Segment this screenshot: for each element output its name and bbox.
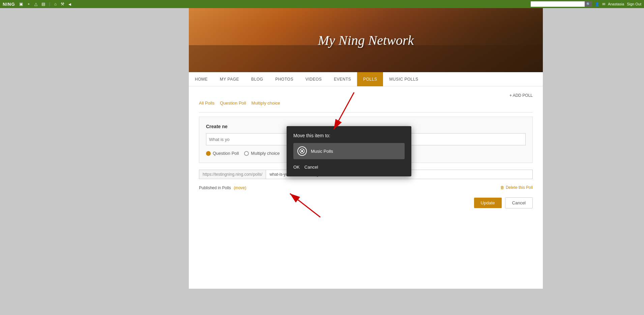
main-content: My Ning Network HOME MY PAGE BLOG PHOTOS… bbox=[88, 8, 644, 315]
svg-point-3 bbox=[303, 149, 304, 150]
modal-title: Move this item to: bbox=[293, 133, 405, 138]
modal-music-polls-item[interactable]: Music Polls bbox=[293, 143, 405, 159]
monitor-icon[interactable]: ▣ bbox=[19, 2, 23, 6]
svg-point-2 bbox=[300, 149, 301, 150]
search-input[interactable] bbox=[531, 1, 585, 7]
top-bar-left: NING ▣ ⚬ △ ▤ | ⌂ ⚒ ◀ bbox=[3, 2, 71, 7]
music-polls-icon bbox=[297, 146, 307, 156]
left-sidebar bbox=[0, 8, 88, 315]
username: Anastasia bbox=[608, 2, 624, 6]
modal-item-label: Music Polls bbox=[311, 149, 333, 154]
modal-dialog: Move this item to: Music Polls OK Can bbox=[287, 126, 411, 176]
modal-ok-button[interactable]: OK bbox=[293, 165, 300, 170]
svg-point-5 bbox=[303, 152, 304, 153]
brand-logo: NING bbox=[3, 2, 15, 7]
arrow-2 bbox=[266, 183, 341, 224]
separator: | bbox=[49, 2, 50, 6]
top-bar: NING ▣ ⚬ △ ▤ | ⌂ ⚒ ◀ 🔍 👤 ✉ Anastasia Sig… bbox=[0, 0, 644, 8]
mail-icon[interactable]: ✉ bbox=[602, 2, 605, 6]
person-icon[interactable]: △ bbox=[34, 2, 37, 6]
people-icon[interactable]: ⚬ bbox=[27, 2, 30, 6]
arrow-icon: ◀ bbox=[68, 2, 71, 6]
tools-icon[interactable]: ⚒ bbox=[61, 2, 64, 6]
svg-line-7 bbox=[334, 92, 354, 130]
grid-icon[interactable]: ▤ bbox=[41, 2, 45, 6]
svg-point-1 bbox=[301, 150, 303, 152]
top-bar-right: 🔍 👤 ✉ Anastasia Sign Out bbox=[531, 1, 641, 7]
svg-point-4 bbox=[300, 152, 301, 153]
modal-buttons: OK Cancel bbox=[293, 165, 405, 170]
search-area: 🔍 bbox=[531, 1, 592, 7]
profile-icon[interactable]: 👤 bbox=[595, 2, 599, 6]
svg-line-9 bbox=[290, 194, 320, 217]
modal-overlay: Move this item to: Music Polls OK Can bbox=[88, 8, 644, 315]
modal-cancel-button[interactable]: Cancel bbox=[304, 165, 318, 170]
home-icon[interactable]: ⌂ bbox=[54, 2, 57, 6]
search-button[interactable]: 🔍 bbox=[585, 1, 592, 7]
signout-link[interactable]: Sign Out bbox=[627, 2, 641, 6]
